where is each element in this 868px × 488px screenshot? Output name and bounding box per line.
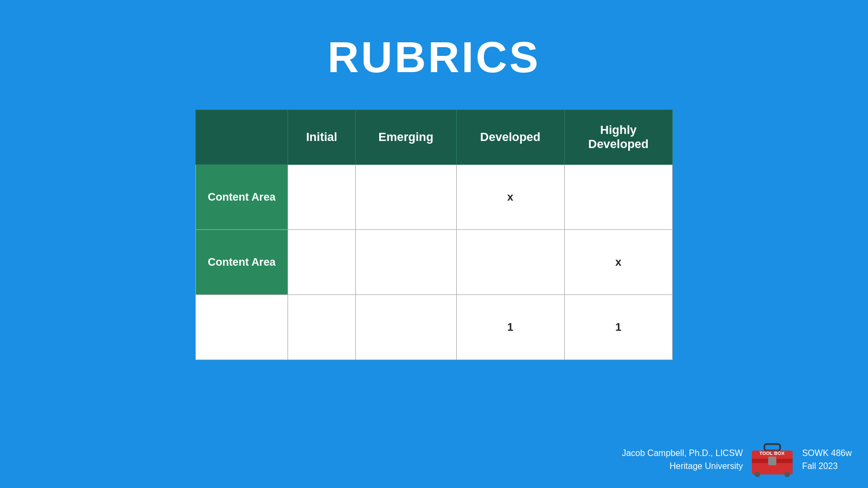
- footer-instructor-info: Jacob Campbell, Ph.D., LICSW Heritage Un…: [622, 447, 743, 473]
- table-row: Content Areax: [196, 165, 673, 230]
- table-cell: x: [564, 230, 672, 295]
- table-cell: x: [456, 165, 564, 230]
- page-title-section: RUBRICS: [0, 0, 868, 104]
- university-name: Heritage University: [622, 460, 743, 473]
- table-cell: 1: [456, 295, 564, 360]
- svg-text:TOOL BOX: TOOL BOX: [760, 451, 785, 456]
- table-cell: [355, 165, 456, 230]
- col-header-initial: Initial: [288, 110, 356, 165]
- col-header-label: [196, 110, 288, 165]
- term-name: Fall 2023: [802, 460, 852, 473]
- table-cell: [564, 165, 672, 230]
- table-cell: [355, 230, 456, 295]
- table-cell: 1: [564, 295, 672, 360]
- svg-point-6: [784, 472, 790, 477]
- table-header-row: Initial Emerging Developed HighlyDevelop…: [196, 110, 673, 165]
- toolbox-icon-container: TOOL BOX: [749, 442, 795, 477]
- footer: Jacob Campbell, Ph.D., LICSW Heritage Un…: [622, 442, 852, 477]
- svg-rect-3: [768, 457, 776, 465]
- table-cell: [288, 295, 356, 360]
- row-label: [196, 295, 288, 360]
- course-name: SOWK 486w: [802, 447, 852, 460]
- table-wrapper: Initial Emerging Developed HighlyDevelop…: [0, 110, 868, 360]
- col-header-developed: Developed: [456, 110, 564, 165]
- table-cell: [288, 165, 356, 230]
- table-cell: [288, 230, 356, 295]
- table-row: 11: [196, 295, 673, 360]
- col-header-emerging: Emerging: [355, 110, 456, 165]
- table-cell: [355, 295, 456, 360]
- table-cell: [456, 230, 564, 295]
- page-title: RUBRICS: [0, 33, 868, 82]
- toolbox-icon: TOOL BOX: [749, 442, 795, 477]
- rubrics-table: Initial Emerging Developed HighlyDevelop…: [195, 110, 673, 360]
- svg-point-5: [755, 472, 760, 477]
- row-label: Content Area: [196, 230, 288, 295]
- row-label: Content Area: [196, 165, 288, 230]
- svg-rect-0: [764, 444, 780, 451]
- instructor-name: Jacob Campbell, Ph.D., LICSW: [622, 447, 743, 460]
- col-header-highly-developed: HighlyDeveloped: [564, 110, 672, 165]
- table-row: Content Areax: [196, 230, 673, 295]
- footer-course-info: SOWK 486w Fall 2023: [802, 447, 852, 473]
